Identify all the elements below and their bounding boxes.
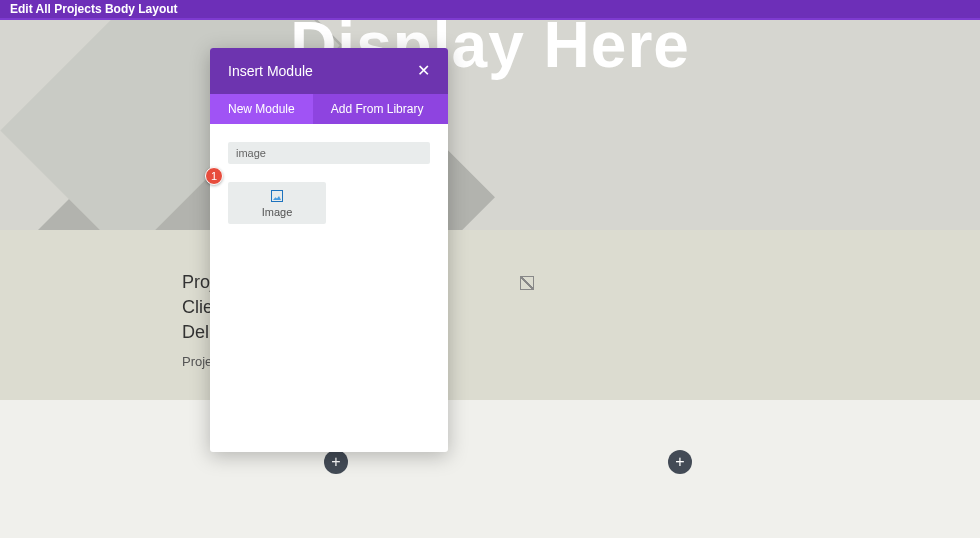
top-bar-accent <box>0 18 980 20</box>
badge-number: 1 <box>211 170 217 182</box>
broken-image-icon <box>520 276 534 290</box>
add-section-button-left[interactable]: + <box>324 450 348 474</box>
plus-icon: + <box>675 453 684 471</box>
modal-tabs: New Module Add From Library <box>210 94 448 124</box>
add-section-button-right[interactable]: + <box>668 450 692 474</box>
plus-icon: + <box>331 453 340 471</box>
insert-module-modal: Insert Module ✕ New Module Add From Libr… <box>210 48 448 452</box>
bottom-section: + + <box>0 400 980 538</box>
modal-body: Image <box>210 124 448 242</box>
top-bar: Edit All Projects Body Layout <box>0 0 980 18</box>
module-item-image[interactable]: Image <box>228 182 326 224</box>
modal-title: Insert Module <box>228 63 313 79</box>
content-section: Proje Clier Deliv Projec <box>0 230 980 400</box>
module-search-input[interactable] <box>228 142 430 164</box>
tab-new-module[interactable]: New Module <box>210 94 313 124</box>
module-label: Image <box>232 206 322 218</box>
modal-header: Insert Module ✕ <box>210 48 448 94</box>
module-grid: Image <box>228 182 430 224</box>
hero-section: Display Here <box>0 18 980 230</box>
image-icon <box>271 190 283 202</box>
annotation-badge-1: 1 <box>205 167 223 185</box>
top-bar-title: Edit All Projects Body Layout <box>10 2 178 16</box>
tab-add-from-library[interactable]: Add From Library <box>313 94 442 124</box>
close-icon[interactable]: ✕ <box>417 63 430 79</box>
